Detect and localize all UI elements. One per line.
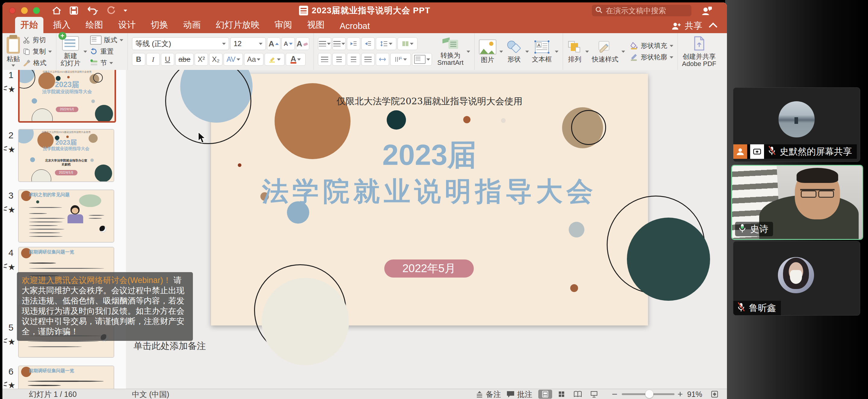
fit-to-window-button[interactable]: [711, 389, 718, 399]
share-button[interactable]: 共享: [672, 20, 702, 32]
slide-date-badge[interactable]: 2022年5月: [384, 259, 474, 278]
clear-formatting-button[interactable]: A: [296, 37, 309, 50]
text-highlight-button[interactable]: [265, 53, 284, 66]
align-right-button[interactable]: [347, 53, 360, 66]
copy-dropdown-icon[interactable]: [48, 51, 52, 53]
slide-title-line2[interactable]: 法学院就业说明指导大会: [211, 174, 648, 210]
slideshow-view-button[interactable]: [587, 390, 601, 399]
tab-design[interactable]: 设计: [113, 17, 141, 33]
copy-button[interactable]: 复制: [23, 47, 52, 56]
textbox-button[interactable]: A 文本框: [532, 40, 552, 63]
align-text-button[interactable]: [412, 53, 432, 66]
fullscreen-button[interactable]: [33, 7, 40, 14]
zoom-slider-track[interactable]: [622, 393, 675, 395]
line-spacing-button[interactable]: [376, 37, 396, 50]
bold-button[interactable]: B: [132, 53, 145, 66]
new-slide-button[interactable]: 新建幻灯片: [61, 36, 81, 67]
quick-access-menu-icon[interactable]: [124, 10, 127, 12]
redo-icon[interactable]: [107, 6, 116, 15]
zoom-slider[interactable]: [622, 389, 675, 399]
slide-editing-canvas[interactable]: 仅限北大法学院2023届就业指导说明大会使用 2023届 法学院就业说明指导大会…: [126, 70, 727, 389]
tab-view[interactable]: 视图: [302, 17, 330, 33]
participant-tile-attendee[interactable]: 鲁昕鑫: [733, 241, 860, 315]
participant-tile-speaker[interactable]: 史诗: [731, 165, 863, 240]
shrink-font-button[interactable]: A: [281, 37, 295, 50]
font-color-button[interactable]: A: [286, 53, 306, 66]
format-painter-button[interactable]: 格式: [23, 58, 52, 67]
slide-thumbnail-1[interactable]: 仅限北大法学院2023届就业指导说明大会使用 2023届 法学院就业说明指导大会…: [18, 70, 116, 123]
picture-button[interactable]: 图片: [479, 39, 496, 64]
slide-sorter-view-button[interactable]: [555, 390, 568, 399]
slide-thumbnail-2[interactable]: 仅限北大法学院2023届就业指导说明大会使用 2023届 法学院就业说明指导大会…: [18, 129, 114, 182]
layout-dropdown-icon[interactable]: [120, 39, 123, 41]
participant-tile-sharer[interactable]: 史默然的屏幕共享: [733, 87, 860, 162]
quick-styles-button[interactable]: 快速样式: [592, 40, 618, 63]
align-center-button[interactable]: [333, 53, 346, 66]
arrange-dropdown-icon[interactable]: [585, 51, 589, 53]
zoom-level[interactable]: 91%: [687, 389, 702, 399]
normal-view-button[interactable]: [538, 390, 552, 399]
save-icon[interactable]: [69, 6, 79, 15]
shape-outline-button[interactable]: 形状轮廓: [630, 53, 673, 62]
tab-draw[interactable]: 绘图: [80, 17, 108, 33]
shape-fill-button[interactable]: 形状填充: [630, 41, 673, 50]
italic-button[interactable]: I: [147, 53, 160, 66]
bullets-button[interactable]: [318, 37, 331, 50]
notes-placeholder[interactable]: 单击此处添加备注: [133, 340, 206, 352]
underline-button[interactable]: U: [161, 53, 174, 66]
create-share-adobe-pdf-button[interactable]: 创建并共享Adobe PDF: [682, 36, 716, 67]
undo-icon[interactable]: [86, 6, 99, 15]
collapse-ribbon-icon[interactable]: [709, 23, 717, 31]
shapes-button[interactable]: 形状: [506, 40, 522, 63]
new-slide-dropdown-icon[interactable]: [84, 51, 87, 53]
search-box[interactable]: [592, 5, 691, 16]
picture-dropdown-icon[interactable]: [499, 51, 503, 53]
arrange-button[interactable]: 排列: [567, 40, 582, 63]
convert-smartart-button[interactable]: 转换为SmartArt: [437, 37, 464, 66]
reset-button[interactable]: 重置: [90, 47, 123, 56]
section-button[interactable]: 节: [90, 58, 123, 67]
tab-insert[interactable]: 插入: [48, 17, 76, 33]
language-indicator[interactable]: 中文 (中国): [132, 389, 169, 399]
change-case-button[interactable]: Aa: [244, 53, 264, 66]
align-left-button[interactable]: [318, 53, 331, 66]
distribute-button[interactable]: [376, 53, 389, 66]
text-direction-button[interactable]: A: [390, 53, 411, 66]
zoom-in-button[interactable]: +: [678, 389, 683, 399]
slide-title-line1[interactable]: 2023届: [211, 135, 648, 175]
layout-button[interactable]: 版式: [90, 36, 123, 44]
notes-toggle[interactable]: 备注: [475, 389, 501, 399]
superscript-button[interactable]: X²: [195, 53, 208, 66]
increase-indent-button[interactable]: [361, 37, 375, 50]
grow-font-button[interactable]: A: [267, 37, 280, 50]
comments-toggle[interactable]: 批注: [506, 389, 532, 399]
columns-button[interactable]: [398, 37, 417, 50]
slide-thumbnail-6[interactable]: 前期调研征集问题一览: [18, 366, 114, 389]
zoom-slider-thumb[interactable]: [645, 390, 653, 398]
close-button[interactable]: [9, 7, 16, 14]
font-size-select[interactable]: 12: [230, 37, 266, 50]
paste-button[interactable]: 粘贴: [7, 37, 20, 67]
font-name-select[interactable]: 等线 (正文): [132, 37, 229, 50]
cut-button[interactable]: 剪切: [23, 36, 52, 44]
tab-transitions[interactable]: 切换: [145, 17, 174, 33]
tab-home[interactable]: 开始: [15, 17, 43, 33]
slide-thumbnail-3[interactable]: 求职之初的常见问题: [18, 189, 114, 243]
smartart-dropdown-icon[interactable]: [467, 51, 470, 53]
tab-animations[interactable]: 动画: [178, 17, 206, 33]
subscript-button[interactable]: X₂: [209, 53, 222, 66]
tab-slideshow[interactable]: 幻灯片放映: [210, 17, 265, 33]
presence-icon[interactable]: [701, 5, 712, 18]
slide-usage-note[interactable]: 仅限北大法学院2023届就业指导说明大会使用: [211, 95, 648, 108]
quick-styles-dropdown-icon[interactable]: [621, 51, 625, 53]
section-dropdown-icon[interactable]: [110, 62, 113, 64]
search-input[interactable]: [605, 6, 679, 16]
strikethrough-button[interactable]: abe: [176, 53, 193, 66]
paste-dropdown-icon[interactable]: [11, 64, 15, 67]
reading-view-button[interactable]: [571, 390, 585, 399]
minimize-button[interactable]: [21, 7, 28, 14]
numbering-button[interactable]: [333, 37, 346, 50]
shapes-dropdown-icon[interactable]: [525, 51, 529, 53]
zoom-out-button[interactable]: −: [612, 389, 618, 399]
decrease-indent-button[interactable]: [347, 37, 360, 50]
